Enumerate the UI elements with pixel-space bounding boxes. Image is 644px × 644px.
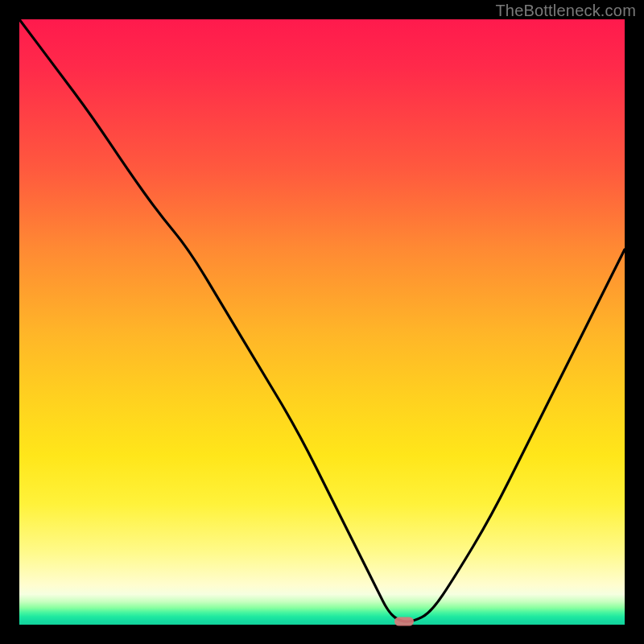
chart-frame: TheBottleneck.com bbox=[0, 0, 644, 644]
curve-layer bbox=[19, 19, 625, 625]
attribution-text: TheBottleneck.com bbox=[495, 2, 636, 20]
bottleneck-curve bbox=[19, 19, 625, 621]
plot-area bbox=[19, 19, 625, 625]
optimal-point-marker bbox=[394, 617, 414, 626]
